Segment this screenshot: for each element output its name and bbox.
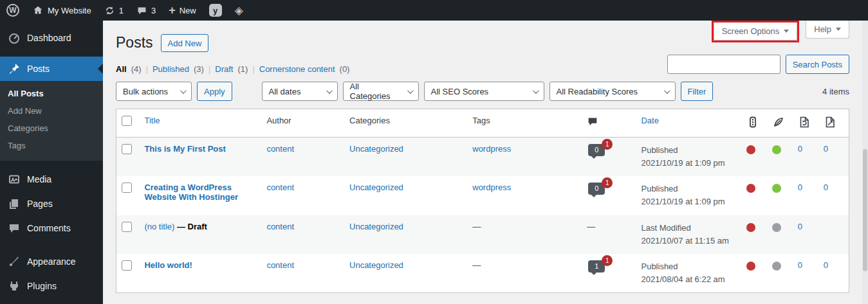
sidebar-item-media[interactable]: Media <box>0 167 103 192</box>
chevron-down-icon <box>180 87 187 94</box>
page-scrollbar[interactable] <box>862 21 868 304</box>
updates-indicator[interactable]: 1 <box>98 0 130 21</box>
sidebar-item-pages[interactable]: Pages <box>0 192 103 216</box>
readability-score-dot <box>772 145 781 154</box>
category-link[interactable]: Uncategorized <box>349 260 403 270</box>
post-title-link[interactable]: Hello world! <box>144 260 192 270</box>
sidebar-label-comments: Comments <box>27 223 71 233</box>
sidebar-item-appearance[interactable]: Appearance <box>0 249 103 274</box>
sidebar-item-plugins[interactable]: Plugins <box>0 274 103 298</box>
row-checkbox[interactable] <box>122 144 132 154</box>
submenu-categories[interactable]: Categories <box>0 120 103 137</box>
outgoing-links-count[interactable]: 0 <box>824 144 828 154</box>
comments-count: 0 1 <box>588 144 605 156</box>
plugin-diamond-menu[interactable]: ◈ <box>228 0 250 21</box>
tag-empty-dash: — <box>472 260 481 270</box>
plus-icon: + <box>169 4 176 17</box>
submenu-add-new[interactable]: Add New <box>0 102 103 120</box>
chevron-down-icon <box>326 87 332 94</box>
incoming-links-column-icon <box>798 121 811 130</box>
help-button[interactable]: Help <box>806 21 849 39</box>
author-link[interactable]: content <box>266 222 294 231</box>
items-count: 4 items <box>822 87 849 96</box>
sidebar-item-posts[interactable]: Posts <box>0 57 103 81</box>
author-header: Author <box>266 116 291 125</box>
paintbrush-icon <box>8 255 21 268</box>
dashboard-icon <box>8 31 21 44</box>
diamond-icon: ◈ <box>235 5 243 16</box>
category-link[interactable]: Uncategorized <box>349 222 403 231</box>
pushpin-icon <box>8 62 21 75</box>
search-posts-button[interactable]: Search Posts <box>786 55 849 74</box>
site-name: My Website <box>48 6 91 15</box>
seo-score-dot <box>746 184 755 193</box>
scrollbar-thumb[interactable] <box>863 149 867 271</box>
post-title-link[interactable]: (no title) <box>144 222 174 231</box>
submenu-all-posts[interactable]: All Posts <box>0 85 103 102</box>
table-row: Creating a WordPress Website With Hostin… <box>116 176 849 215</box>
yoast-seo-menu[interactable]: y <box>203 0 228 21</box>
outgoing-links-count[interactable]: 0 <box>824 260 828 270</box>
category-link[interactable]: Uncategorized <box>349 144 403 154</box>
category-link[interactable]: Uncategorized <box>349 183 403 192</box>
row-checkbox[interactable] <box>122 222 132 232</box>
table-row: Hello world! content Uncategorized — 1 1… <box>116 254 849 293</box>
post-status: Last Modified <box>641 222 735 235</box>
posts-submenu: All Posts Add New Categories Tags <box>0 81 103 161</box>
categories-filter-select[interactable]: All Categories <box>343 82 419 101</box>
admin-sidebar: Dashboard Posts All Posts Add New Catego… <box>0 21 103 304</box>
screen-options-highlight: Screen Options <box>712 21 800 42</box>
submenu-tags[interactable]: Tags <box>0 137 103 154</box>
author-link[interactable]: content <box>266 260 294 270</box>
bulk-actions-label: Bulk actions <box>123 87 168 96</box>
post-title-link[interactable]: This is My First Post <box>144 144 225 154</box>
chevron-down-icon <box>663 87 670 94</box>
sort-title-header[interactable]: Title <box>144 116 160 125</box>
sidebar-item-users[interactable]: Users <box>0 298 103 304</box>
outgoing-links-count[interactable]: 0 <box>824 183 828 192</box>
sort-date-header[interactable]: Date <box>641 116 658 125</box>
pending-comments-badge[interactable]: 1 <box>602 177 613 188</box>
new-content-button[interactable]: + New <box>162 0 203 21</box>
dates-filter-select[interactable]: All dates <box>262 82 338 101</box>
bulk-actions-select[interactable]: Bulk actions <box>116 82 192 101</box>
apply-button[interactable]: Apply <box>197 82 232 101</box>
add-new-button[interactable]: Add New <box>161 34 209 52</box>
wordpress-logo[interactable]: W <box>0 0 26 21</box>
comments-indicator[interactable]: 3 <box>130 0 162 21</box>
select-all-checkbox[interactable] <box>122 116 132 126</box>
incoming-links-count[interactable]: 0 <box>798 144 802 154</box>
sidebar-item-comments[interactable]: Comments <box>0 216 103 240</box>
view-draft[interactable]: Draft <box>215 64 233 74</box>
table-header-row: Title Author Categories Tags Date <box>116 109 849 138</box>
incoming-links-count[interactable]: 0 <box>798 222 802 231</box>
update-count: 1 <box>119 6 124 15</box>
screen-options-button[interactable]: Screen Options <box>714 22 798 40</box>
screen-options-label: Screen Options <box>722 26 780 36</box>
search-input[interactable] <box>667 55 780 74</box>
tag-link[interactable]: wordpress <box>472 183 511 192</box>
view-all[interactable]: All <box>116 64 127 74</box>
site-name-link[interactable]: My Website <box>26 0 98 21</box>
seo-scores-filter-select[interactable]: All SEO Scores <box>424 82 544 101</box>
tag-link[interactable]: wordpress <box>472 144 511 154</box>
search-box: Search Posts <box>667 55 849 74</box>
pending-comments-badge[interactable]: 1 <box>602 255 613 266</box>
post-title-link[interactable]: Creating a WordPress Website With Hostin… <box>144 183 238 202</box>
row-checkbox[interactable] <box>122 260 132 271</box>
pending-comments-badge[interactable]: 1 <box>602 139 613 150</box>
post-title-suffix: — Draft <box>174 222 207 231</box>
author-link[interactable]: content <box>266 144 294 154</box>
incoming-links-count[interactable]: 0 <box>798 260 802 270</box>
comments-column-icon <box>587 120 598 129</box>
view-cornerstone[interactable]: Cornerstone content <box>259 64 335 74</box>
readability-scores-filter-select[interactable]: All Readability Scores <box>549 82 676 101</box>
view-published[interactable]: Published <box>152 64 189 74</box>
filter-button[interactable]: Filter <box>681 82 714 101</box>
author-link[interactable]: content <box>266 183 294 192</box>
incoming-links-count[interactable]: 0 <box>798 183 802 192</box>
row-checkbox[interactable] <box>122 183 132 193</box>
seo-score-dot <box>746 145 755 154</box>
view-cornerstone-count: (0) <box>340 64 350 74</box>
sidebar-item-dashboard[interactable]: Dashboard <box>0 26 103 50</box>
